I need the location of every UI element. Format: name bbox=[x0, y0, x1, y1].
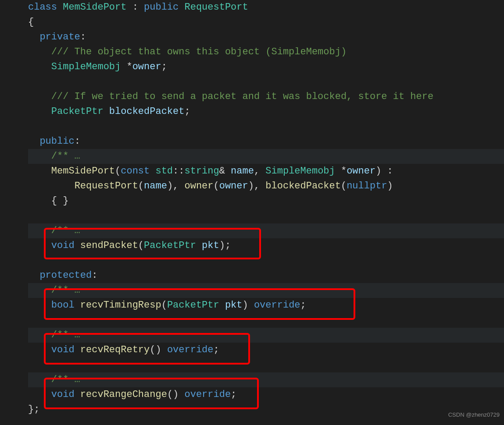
fold-icon[interactable]: /** … bbox=[51, 285, 80, 296]
code-line[interactable]: { } bbox=[28, 194, 504, 209]
class-name: MemSidePort bbox=[63, 2, 126, 13]
code-line[interactable]: void recvRangeChange() override; bbox=[28, 387, 504, 402]
code-line[interactable]: void sendPacket(PacketPtr pkt); bbox=[28, 238, 504, 253]
code-line[interactable] bbox=[28, 209, 504, 223]
fold-icon[interactable]: /** … bbox=[51, 225, 80, 236]
code-line[interactable]: /// The object that owns this object (Si… bbox=[28, 45, 504, 60]
code-line[interactable]: void recvReqRetry() override; bbox=[28, 343, 504, 358]
code-line[interactable] bbox=[28, 358, 504, 372]
fold-column bbox=[13, 0, 26, 425]
code-line[interactable]: PacketPtr blockedPacket; bbox=[28, 104, 504, 119]
comment: /// The object that owns this object (Si… bbox=[51, 46, 347, 57]
keyword-class: class bbox=[28, 2, 57, 13]
fold-icon[interactable]: /** … bbox=[51, 151, 80, 162]
folded-comment[interactable]: /** … bbox=[28, 223, 504, 238]
code-line[interactable]: class MemSidePort : public RequestPort bbox=[28, 0, 504, 15]
code-line[interactable]: bool recvTimingResp(PacketPtr pkt) overr… bbox=[28, 298, 504, 313]
code-area[interactable]: class MemSidePort : public RequestPort {… bbox=[26, 0, 504, 425]
fold-icon[interactable]: /** … bbox=[51, 329, 80, 340]
code-line[interactable]: { bbox=[28, 15, 504, 30]
code-line[interactable]: public: bbox=[28, 134, 504, 149]
folded-comment[interactable]: /** … bbox=[28, 372, 504, 387]
code-line[interactable]: protected: bbox=[28, 268, 504, 283]
code-line[interactable]: MemSidePort(const std::string& name, Sim… bbox=[28, 164, 504, 179]
folded-comment[interactable]: /** … bbox=[28, 149, 504, 164]
keyword-private: private bbox=[39, 32, 80, 42]
folded-comment[interactable]: /** … bbox=[28, 328, 504, 343]
code-line[interactable]: RequestPort(name), owner(owner), blocked… bbox=[28, 179, 504, 194]
code-line[interactable] bbox=[28, 253, 504, 268]
code-line[interactable] bbox=[28, 119, 504, 134]
code-editor[interactable]: class MemSidePort : public RequestPort {… bbox=[0, 0, 504, 425]
keyword-public: public bbox=[39, 136, 74, 147]
code-line[interactable]: }; bbox=[28, 402, 504, 417]
fn-sendPacket: sendPacket bbox=[80, 240, 138, 251]
code-line[interactable] bbox=[28, 74, 504, 89]
code-line[interactable] bbox=[28, 313, 504, 328]
code-line[interactable]: SimpleMemobj *owner; bbox=[28, 60, 504, 74]
fn-recvRangeChange: recvRangeChange bbox=[80, 389, 167, 400]
constructor: MemSidePort bbox=[51, 166, 115, 177]
fn-recvTimingResp: recvTimingResp bbox=[80, 300, 161, 311]
code-line[interactable]: /// If we tried to send a packet and it … bbox=[28, 89, 504, 104]
code-line[interactable]: private: bbox=[28, 30, 504, 45]
folded-comment[interactable]: /** … bbox=[28, 283, 504, 298]
fold-icon[interactable]: /** … bbox=[51, 374, 80, 385]
comment: /// If we tried to send a packet and it … bbox=[51, 91, 433, 102]
fn-recvReqRetry: recvReqRetry bbox=[80, 344, 150, 355]
watermark: CSDN @zhenz0729 bbox=[448, 407, 500, 422]
gutter bbox=[0, 0, 13, 425]
keyword-protected: protected bbox=[39, 270, 92, 281]
